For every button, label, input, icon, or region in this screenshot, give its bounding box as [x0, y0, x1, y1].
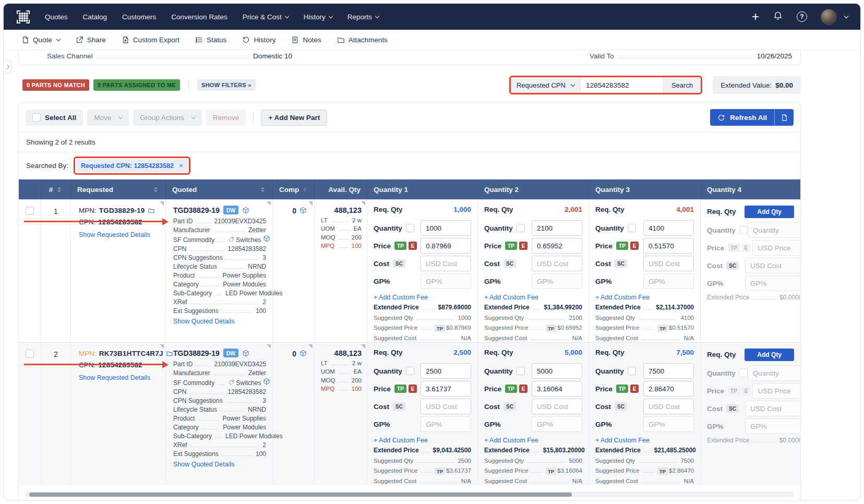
- app-logo-icon[interactable]: [16, 10, 30, 24]
- chip-close-icon[interactable]: ×: [179, 162, 183, 170]
- add-custom-fee-link[interactable]: + Add Custom Fee: [484, 294, 538, 301]
- gp-input[interactable]: [643, 273, 694, 289]
- quantity-input[interactable]: [643, 363, 694, 379]
- copy-icon[interactable]: [148, 207, 155, 214]
- nav-catalog[interactable]: Catalog: [83, 13, 107, 21]
- gp-input[interactable]: [532, 273, 582, 289]
- add-qty-button[interactable]: Add Qty: [745, 349, 794, 361]
- quantity-input[interactable]: [421, 363, 471, 379]
- show-filters-button[interactable]: SHOW FILTERS »: [197, 79, 256, 91]
- add-custom-fee-link[interactable]: + Add Custom Fee: [595, 294, 650, 301]
- search-filter-chip[interactable]: Requested CPN: 12854283582 ×: [76, 159, 187, 172]
- cost-input[interactable]: [643, 399, 694, 414]
- refresh-all-button[interactable]: Refresh All: [710, 109, 774, 126]
- cost-input[interactable]: [421, 256, 471, 271]
- add-custom-fee-link[interactable]: + Add Custom Fee: [484, 437, 538, 444]
- move-button[interactable]: Move: [87, 110, 129, 126]
- header-num[interactable]: #: [41, 179, 70, 199]
- gp-input[interactable]: [421, 273, 471, 289]
- gp-input[interactable]: [643, 416, 694, 432]
- notes-button[interactable]: Notes: [291, 36, 321, 44]
- show-quoted-details-link[interactable]: Show Quoted Details: [173, 318, 234, 325]
- scrollbar-thumb[interactable]: [29, 493, 572, 497]
- share-button[interactable]: Share: [76, 36, 106, 44]
- horizontal-scrollbar[interactable]: [25, 491, 794, 497]
- detail-label: XRef: [173, 441, 187, 450]
- req-qty-label: Req. Qty: [484, 206, 513, 213]
- dotted-leader: [644, 309, 653, 309]
- status-button[interactable]: Status: [195, 36, 226, 44]
- cost-label: Cost: [374, 260, 389, 268]
- price-label: Price: [484, 242, 501, 250]
- show-requested-details-link[interactable]: Show Requested Details: [79, 374, 150, 381]
- attachments-button[interactable]: Attachments: [337, 36, 388, 44]
- price-input[interactable]: [643, 238, 694, 254]
- row-checkbox[interactable]: [26, 350, 34, 358]
- nav-reports[interactable]: Reports: [347, 13, 379, 21]
- export-icon: [122, 36, 129, 44]
- detail-row: CPN12854283582: [173, 245, 266, 254]
- dotted-leader: [190, 393, 224, 394]
- remove-button[interactable]: Remove: [206, 110, 246, 126]
- price-input[interactable]: [532, 381, 582, 397]
- price-input[interactable]: [532, 238, 582, 254]
- search-button[interactable]: Search: [664, 77, 701, 93]
- add-qty-button[interactable]: Add Qty: [745, 206, 794, 218]
- create-new-icon[interactable]: +: [752, 10, 759, 23]
- quantity-input[interactable]: [532, 363, 582, 379]
- nav-quotes[interactable]: Quotes: [45, 13, 68, 21]
- quantity-checkbox[interactable]: [406, 224, 414, 232]
- detail-label: Extended Price: [484, 303, 530, 312]
- nav-customers[interactable]: Customers: [122, 13, 156, 21]
- add-custom-fee-link[interactable]: + Add Custom Fee: [595, 437, 650, 444]
- quantity-checkbox[interactable]: [517, 224, 525, 232]
- quantity-checkbox[interactable]: [406, 367, 414, 375]
- group-actions-button[interactable]: Group Actions: [133, 110, 202, 126]
- cost-input[interactable]: [532, 256, 582, 271]
- help-icon[interactable]: ?: [797, 11, 807, 22]
- header-quoted[interactable]: Quoted: [165, 179, 272, 199]
- header-comp[interactable]: Comp: [272, 179, 314, 199]
- select-all-checkbox[interactable]: [32, 113, 41, 122]
- select-all-button[interactable]: Select All: [26, 110, 83, 126]
- quantity-input[interactable]: [532, 220, 582, 236]
- quantity-input[interactable]: [643, 220, 694, 236]
- cost-input[interactable]: [643, 256, 694, 271]
- gp-input[interactable]: [421, 416, 471, 432]
- show-requested-details-link[interactable]: Show Requested Details: [79, 231, 150, 238]
- add-custom-fee-link[interactable]: + Add Custom Fee: [374, 437, 428, 444]
- nav-price-cost[interactable]: Price & Cost: [243, 13, 289, 21]
- price-input[interactable]: [421, 381, 471, 397]
- quantity-checkbox[interactable]: [628, 224, 636, 232]
- header-requested[interactable]: Requested: [70, 179, 165, 199]
- cost-input[interactable]: [421, 399, 471, 414]
- search-field-selector[interactable]: Requested CPN: [511, 77, 580, 93]
- user-menu[interactable]: [821, 9, 848, 25]
- dotted-leader: [339, 230, 350, 231]
- sidebar-expand-toggle[interactable]: [4, 60, 12, 74]
- searched-by-row: Searched By: Requested CPN: 12854283582 …: [19, 152, 800, 179]
- nav-history[interactable]: History: [304, 13, 332, 21]
- quantity-checkbox[interactable]: [628, 367, 636, 375]
- history-button[interactable]: History: [242, 36, 275, 44]
- nav-conversion-rates[interactable]: Conversion Rates: [171, 13, 227, 21]
- gp-input[interactable]: [532, 416, 582, 432]
- quantity-input[interactable]: [421, 220, 471, 236]
- refresh-document-button[interactable]: [775, 109, 794, 126]
- notifications-bell-icon[interactable]: [773, 10, 783, 23]
- detail-label: CPN Suggestions: [173, 254, 223, 262]
- search-input[interactable]: [580, 77, 664, 93]
- price-input[interactable]: [643, 381, 694, 397]
- show-quoted-details-link[interactable]: Show Quoted Details: [173, 461, 234, 468]
- quantity-checkbox[interactable]: [517, 367, 525, 375]
- add-custom-fee-link[interactable]: + Add Custom Fee: [374, 294, 428, 301]
- detail-row: MPQ100: [321, 385, 362, 393]
- row-checkbox[interactable]: [26, 207, 34, 215]
- extended-price-row: Extended Price$15,803.20000: [484, 446, 582, 455]
- price-input[interactable]: [421, 238, 471, 254]
- add-new-part-button[interactable]: + Add New Part: [261, 110, 327, 126]
- cost-input[interactable]: [532, 399, 582, 414]
- custom-export-button[interactable]: Custom Export: [122, 36, 179, 44]
- quote-menu-button[interactable]: Quote: [21, 36, 60, 44]
- status-list-icon: [195, 36, 203, 44]
